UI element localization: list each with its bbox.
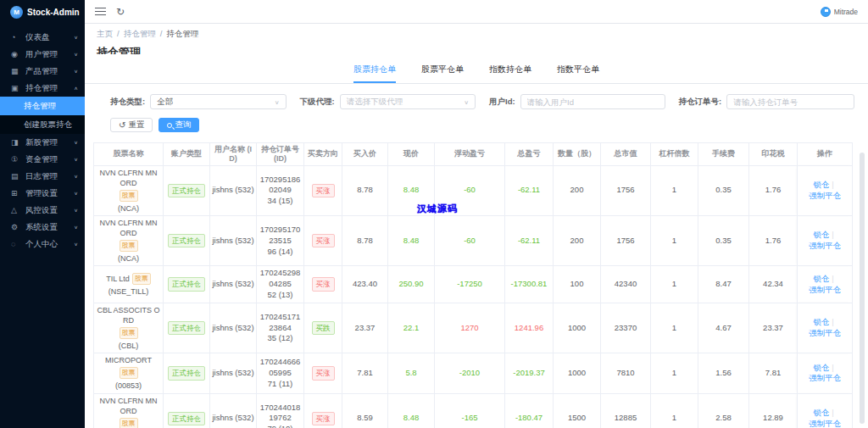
sidebar-subitem-0[interactable]: 持仓管理 [0, 97, 85, 115]
tab-2[interactable]: 指数持仓单 [489, 64, 531, 83]
search-icon [167, 123, 172, 128]
sidebar-item-label: 管理设置 [25, 188, 74, 199]
filter-agent: 下级代理: 请选择下级代理 ∨ [300, 94, 476, 109]
admin-settings-icon: ⊞ [11, 189, 22, 197]
sidebar-item-8[interactable]: △风控设置∨ [0, 202, 85, 219]
user-cell: jishns (532) [210, 353, 257, 393]
force-close-link[interactable]: 强制平仓 [809, 373, 841, 382]
current-price: 250.90 [398, 279, 423, 288]
order-id-line2: 79 (10) [259, 424, 302, 428]
force-close-link[interactable]: 强制平仓 [809, 191, 841, 200]
force-close-link[interactable]: 强制平仓 [809, 241, 841, 250]
total-pl: 1241.96 [515, 323, 543, 332]
sidebar-item-9[interactable]: ⚙系统设置∨ [0, 219, 85, 236]
sidebar-item-10[interactable]: ◌个人中心∨ [0, 236, 85, 253]
leverage-cell: 1 [651, 216, 698, 266]
stock-name-cell: NVN CLFRN MN ORD股票(NCA) [94, 216, 164, 266]
account-type-badge: 正式持仓 [168, 277, 205, 292]
force-close-link[interactable]: 强制平仓 [809, 285, 841, 294]
filter-user-id: 用户Id: [489, 94, 665, 109]
current-price-cell: 8.48 [388, 393, 435, 428]
force-close-link[interactable]: 强制平仓 [809, 419, 841, 428]
ipo-icon: ◨ [11, 138, 22, 147]
sidebar-item-label: 产品管理 [25, 66, 74, 77]
actions-cell: 锁仓|强制平仓 [798, 266, 853, 303]
risk-settings-icon: △ [11, 206, 22, 214]
sidebar-subitem-1[interactable]: 创建股票持仓 [0, 115, 85, 134]
direction-badge: 买涨 [312, 184, 335, 198]
lock-position-link[interactable]: 锁仓 [813, 363, 829, 372]
reset-button[interactable]: ↺ 重置 [110, 118, 153, 132]
breadcrumb-separator: / [160, 29, 163, 40]
float-pl-cell: -165 [435, 393, 505, 428]
sidebar-item-0[interactable]: ◔仪表盘∨ [0, 29, 85, 46]
order-no-input[interactable] [726, 94, 854, 109]
scrollbar[interactable] [860, 153, 865, 424]
stock-name: NVN CLFRN MN ORD [96, 218, 161, 238]
sidebar-collapse-icon[interactable] [95, 8, 106, 15]
account-type-cell: 正式持仓 [164, 266, 210, 303]
breadcrumb-item: 持仓管理 [166, 29, 198, 40]
stock-code: (NCA) [96, 203, 161, 214]
sidebar: M Stock-Admin ◔仪表盘∨◉用户管理∨▦产品管理∨▣持仓管理∧持仓管… [0, 0, 85, 428]
order-id-line1: 17029517023515 [259, 225, 302, 247]
search-button[interactable]: 查询 [159, 118, 199, 132]
stock-name-cell: NVN CLFRN MN ORD股票(NCA) [94, 165, 164, 215]
current-price: 8.48 [403, 185, 420, 194]
order-id-line1: 17024529804285 [259, 268, 302, 290]
lock-position-link[interactable]: 锁仓 [813, 408, 829, 417]
current-price: 8.48 [403, 413, 420, 422]
current-user-label: Mitrade [834, 8, 858, 16]
order-id-cell: 1702446660599571 (11) [257, 353, 304, 393]
stock-name-cell: MICROPORT股票(00853) [94, 353, 164, 393]
actions-cell: 锁仓|强制平仓 [798, 216, 853, 266]
buy-price-cell: 8.78 [342, 165, 388, 215]
fee-cell: 0.35 [698, 216, 749, 266]
avatar[interactable] [821, 7, 831, 17]
breadcrumb-item[interactable]: 持仓管理 [124, 29, 156, 40]
sidebar-subitem-label: 创建股票持仓 [24, 120, 78, 131]
order-id-cell: 1702452980428552 (13) [257, 266, 304, 303]
refresh-icon[interactable]: ↻ [116, 7, 125, 17]
lock-position-link[interactable]: 锁仓 [813, 317, 829, 326]
sidebar-item-7[interactable]: ⊞管理设置∨ [0, 185, 85, 202]
direction-badge: 买涨 [312, 277, 335, 292]
filter-position-type: 持仓类型: 全部 ∨ [110, 94, 287, 109]
sidebar-item-label: 风控设置 [25, 205, 74, 216]
sidebar-item-5[interactable]: ①资金管理∨ [0, 151, 85, 168]
tab-3[interactable]: 指数平仓单 [557, 64, 599, 83]
order-no-label: 持仓订单号: [679, 97, 722, 108]
force-close-link[interactable]: 强制平仓 [809, 328, 841, 337]
column-header: 数量（股） [554, 143, 601, 166]
lock-position-link[interactable]: 锁仓 [813, 230, 829, 239]
account-type-badge: 正式持仓 [168, 412, 205, 426]
sidebar-item-6[interactable]: ▤日志管理∨ [0, 168, 85, 185]
sidebar-item-1[interactable]: ◉用户管理∨ [0, 46, 85, 63]
float-pl: -2010 [459, 368, 480, 377]
lock-position-link[interactable]: 锁仓 [813, 180, 829, 189]
total-pl-cell: 1241.96 [505, 303, 554, 353]
tab-1[interactable]: 股票平仓单 [421, 64, 464, 83]
positions-table: 股票名称账户类型用户名称 (ID)持仓订单号 (ID)买卖方向买入价现价浮动盈亏… [93, 142, 853, 428]
stock-type-badge: 股票 [120, 327, 138, 339]
sidebar-item-3[interactable]: ▣持仓管理∧ [0, 80, 85, 97]
direction-badge: 买涨 [312, 412, 335, 426]
user-id-input[interactable] [520, 94, 665, 109]
breadcrumb-separator: / [117, 29, 120, 40]
tab-0[interactable]: 股票持仓单 [353, 64, 396, 83]
float-pl: -60 [464, 236, 476, 245]
order-id-line2: 34 (15) [259, 196, 302, 207]
total-pl-cell: -62.11 [505, 165, 554, 215]
actions-cell: 锁仓|强制平仓 [798, 393, 853, 428]
agent-select[interactable]: 请选择下级代理 ∨ [340, 94, 476, 109]
sidebar-item-2[interactable]: ▦产品管理∨ [0, 63, 85, 80]
lock-position-link[interactable]: 锁仓 [813, 274, 829, 283]
position-type-select[interactable]: 全部 ∨ [150, 94, 286, 109]
market-value-cell: 42340 [601, 266, 651, 303]
table-row: NVN CLFRN MN ORD股票(NCA)正式持仓jishns (532)1… [94, 393, 853, 428]
sidebar-item-4[interactable]: ◨新股管理∨ [0, 134, 85, 151]
breadcrumb-item[interactable]: 主页 [97, 29, 113, 40]
order-id-line2: 35 (12) [259, 333, 302, 344]
fee-cell: 0.35 [698, 165, 749, 215]
reset-button-label: 重置 [128, 120, 144, 131]
